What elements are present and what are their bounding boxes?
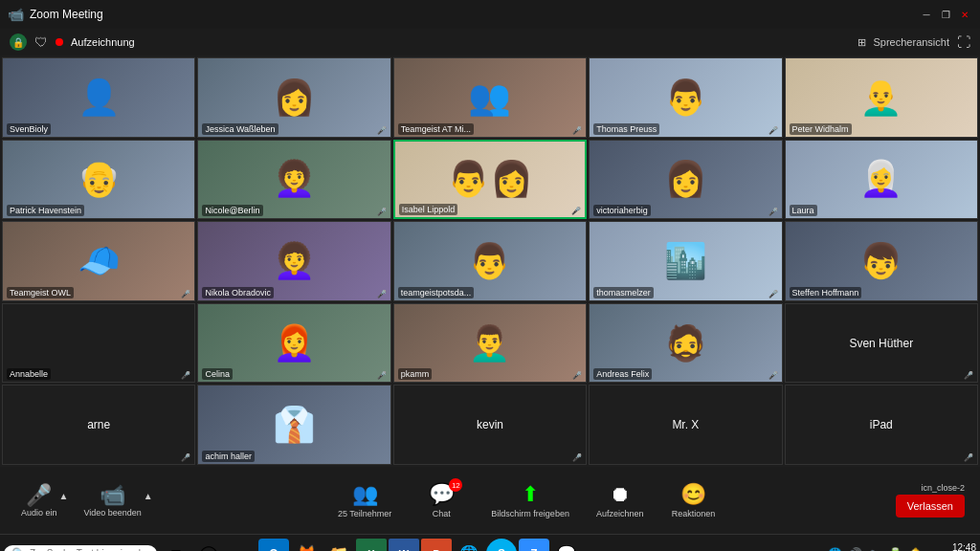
chat-label: Chat xyxy=(433,509,451,518)
firefox-icon[interactable]: 🦊 xyxy=(291,539,322,552)
participant-name: Isabel Lippold xyxy=(399,204,458,215)
video-label: Video beenden xyxy=(83,508,141,518)
mute-icon: 🎤 xyxy=(377,371,387,380)
video-cell-andreas: 🧔 Andreas Felix 🎤 xyxy=(589,303,782,384)
system-tray: ▲ 🌐 🔊 🔈 🔋 🔔 xyxy=(809,545,924,552)
record-button[interactable]: ⏺ Aufzeichnen xyxy=(590,478,650,522)
participant-name: pkamm xyxy=(398,368,433,380)
video-cell-peter: 👨‍🦲 Peter Widhalm xyxy=(785,57,978,138)
task-view-icon[interactable]: ▭ xyxy=(226,539,256,552)
participant-name: Nikola Obradovic xyxy=(202,287,274,298)
participant-name-novideo: Mr. X xyxy=(672,418,699,431)
powerpoint-icon[interactable]: P xyxy=(421,539,452,552)
participant-name-novideo: Sven Hüther xyxy=(849,337,913,350)
video-cell-teamgeist-potsdam: 👨 teamgeistpotsdа... xyxy=(393,221,587,301)
verlassen-button[interactable]: Verlassen xyxy=(896,495,965,518)
clock-time: 12:48 xyxy=(928,541,976,552)
taskbar-search[interactable]: 🔍 xyxy=(4,545,157,552)
video-button[interactable]: 📹 Video beenden ▲ xyxy=(78,479,158,521)
explorer-icon[interactable]: 📁 xyxy=(323,539,354,552)
taskbar-icons: ⊞ ◯ ▭ O 🦊 📁 X W P 🌐 S Z 💬 xyxy=(161,539,809,552)
video-icon: 📹 xyxy=(100,483,125,508)
excel-icon[interactable]: X xyxy=(356,539,387,552)
video-cell-teamgeist-at: 👥 Teamgeist AT Mi... 🎤 xyxy=(393,57,587,138)
mute-icon: 🎤 xyxy=(768,290,778,298)
mute-icon: 🎤 xyxy=(572,453,582,462)
video-cell-celina: 👩‍🦰 Celina 🎤 xyxy=(197,303,390,384)
mute-icon: 🎤 xyxy=(377,126,387,135)
participant-name: Patrick Havenstein xyxy=(7,205,84,216)
mute-icon: 🎤 xyxy=(964,371,973,380)
participant-name: Andreas Felix xyxy=(593,368,652,380)
shield-icon: 🛡 xyxy=(34,34,48,50)
recording-dot xyxy=(56,38,63,46)
toolbar-left: 🎤 Audio ein ▲ 📹 Video beenden ▲ xyxy=(15,479,159,521)
chrome-icon[interactable]: 🌐 xyxy=(454,539,484,552)
speaker-view-label[interactable]: Sprecheransicht xyxy=(874,36,950,48)
icn-close-label: icn_close-2 xyxy=(921,483,965,493)
participant-name: Annabelle xyxy=(7,368,51,380)
record-icon: ⏺ xyxy=(610,482,631,507)
participant-name-novideo: arne xyxy=(87,418,110,431)
system-clock: 12:48 13.05.2020 xyxy=(928,541,976,552)
video-cell-arne: arne 🎤 xyxy=(2,385,195,465)
video-cell-steffen: 👦 Steffen Hoffmann xyxy=(785,221,978,301)
cortana-icon[interactable]: ◯ xyxy=(193,539,224,552)
teams-icon[interactable]: 💬 xyxy=(551,539,582,552)
toolbar-center: 👥 25 Teilnehmer 12 💬 Chat ⬆ Bildschirm f… xyxy=(332,478,722,522)
sound-icon[interactable]: 🔊 xyxy=(846,545,864,552)
close-window-button[interactable]: ✕ xyxy=(957,7,972,22)
notification-icon[interactable]: 🔔 xyxy=(906,545,924,552)
video-cell-sven-huether: Sven Hüther 🎤 xyxy=(785,303,978,384)
zoom-topbar-right: ⊞ Sprecheransicht ⛶ xyxy=(858,34,971,50)
chevron-up-icon[interactable]: ▲ xyxy=(809,545,824,552)
participants-button[interactable]: 👥 25 Teilnehmer xyxy=(332,478,397,522)
video-cell-isabel: 👨👩 Isabel Lippold 🎤 xyxy=(393,140,587,220)
windows-button[interactable]: ⊞ xyxy=(161,539,191,552)
reactions-button[interactable]: 😊 Reaktionen xyxy=(664,478,722,522)
fullscreen-icon[interactable]: ⛶ xyxy=(957,34,970,50)
mute-icon: 🎤 xyxy=(571,207,581,215)
word-icon[interactable]: W xyxy=(389,539,419,552)
minimize-button[interactable]: ─ xyxy=(919,7,934,22)
outlook-icon[interactable]: O xyxy=(258,539,289,552)
restore-button[interactable]: ❐ xyxy=(938,7,953,22)
audio-button[interactable]: 🎤 Audio ein ▲ xyxy=(15,479,74,521)
mute-icon: 🎤 xyxy=(768,126,778,135)
participant-name-novideo: kevin xyxy=(477,418,503,431)
mute-icon: 🎤 xyxy=(377,290,387,298)
video-cell-nikola: 👩‍🦱 Nikola Obradovic 🎤 xyxy=(197,221,390,301)
video-cell-thomas-melzer: 🏙️ thomasmelzer 🎤 xyxy=(589,221,782,301)
zoom-topbar-left: 🔒 🛡 Aufzeichnung xyxy=(10,33,135,51)
mute-icon: 🎤 xyxy=(768,208,778,216)
participant-name: Teamgeist OWL xyxy=(7,287,74,298)
audio-label: Audio ein xyxy=(21,508,57,518)
participants-icon: 👥 xyxy=(352,482,378,507)
toolbar-right: icn_close-2 Verlassen xyxy=(896,483,965,518)
participants-label: 25 Teilnehmer xyxy=(338,509,391,518)
mute-icon: 🎤 xyxy=(572,126,582,135)
participant-name: Thomas Preuss xyxy=(593,123,659,135)
participant-name: Jessica Waßleben xyxy=(202,123,278,135)
window-title: Zoom Meeting xyxy=(30,8,103,21)
title-bar-left: 📹 Zoom Meeting xyxy=(8,7,103,22)
video-cell-nicole: 👩‍🦱 Nicole@Berlin 🎤 xyxy=(197,140,390,220)
volume-icon[interactable]: 🔈 xyxy=(866,545,884,552)
battery-icon: 🔋 xyxy=(886,545,904,552)
video-cell-patrick: 👴 Patrick Havenstein xyxy=(2,140,195,220)
mute-icon: 🎤 xyxy=(181,371,190,380)
network-icon: 🌐 xyxy=(826,545,844,552)
skype-icon[interactable]: S xyxy=(486,539,517,552)
mute-icon: 🎤 xyxy=(377,208,387,216)
record-label: Aufzeichnen xyxy=(596,509,644,518)
zoom-taskbar-icon[interactable]: Z xyxy=(519,539,549,552)
share-button[interactable]: ⬆ Bildschirm freigeben xyxy=(485,478,575,522)
video-cell-annabelle: Annabelle 🎤 xyxy=(2,303,195,384)
chat-button[interactable]: 12 💬 Chat xyxy=(412,478,470,522)
mute-icon: 🎤 xyxy=(181,290,190,298)
video-cell-jessica: 👩 Jessica Waßleben 🎤 xyxy=(197,57,390,138)
mute-icon: 🎤 xyxy=(572,371,582,380)
participant-name: thomasmelzer xyxy=(593,287,654,298)
mute-icon: 🎤 xyxy=(964,453,973,462)
video-grid: 👤 SvenBioly 👩 Jessica Waßleben 🎤 👥 Teamg… xyxy=(0,55,980,467)
